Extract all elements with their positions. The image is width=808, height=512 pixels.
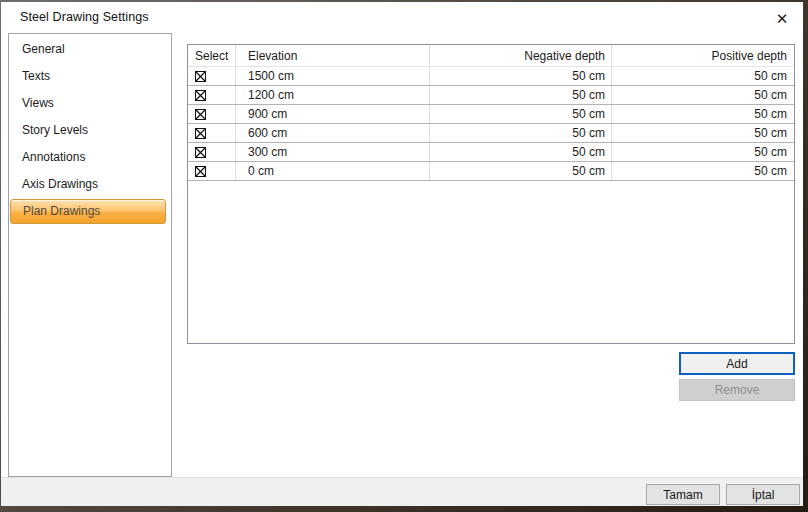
titlebar: Steel Drawing Settings ✕ [1,2,803,33]
elevation-cell[interactable]: 600 cm [236,124,430,142]
elevation-cell[interactable]: 1200 cm [236,86,430,104]
window-title: Steel Drawing Settings [20,10,149,24]
add-button[interactable]: Add [679,352,795,375]
select-cell [188,86,236,104]
table-row: 0 cm 50 cm 50 cm [188,162,794,181]
select-cell [188,67,236,85]
table-row: 900 cm 50 cm 50 cm [188,105,794,124]
checkbox-checked-icon[interactable] [195,109,206,120]
positive-depth-cell[interactable]: 50 cm [612,124,794,142]
steel-drawing-settings-dialog: Steel Drawing Settings ✕ General Texts V… [1,2,803,506]
elevation-cell[interactable]: 300 cm [236,143,430,161]
sidebar-item-story-levels[interactable]: Story Levels [9,117,171,144]
remove-button[interactable]: Remove [679,379,795,401]
cancel-button[interactable]: İptal [726,484,800,505]
col-header-elevation: Elevation [236,45,430,66]
elevation-cell[interactable]: 1500 cm [236,67,430,85]
table-row: 300 cm 50 cm 50 cm [188,143,794,162]
negative-depth-cell[interactable]: 50 cm [430,162,612,180]
elevation-cell[interactable]: 900 cm [236,105,430,123]
ok-button[interactable]: Tamam [646,484,720,505]
close-icon: ✕ [776,11,789,26]
negative-depth-cell[interactable]: 50 cm [430,124,612,142]
checkbox-checked-icon[interactable] [195,90,206,101]
sidebar-item-texts[interactable]: Texts [9,63,171,90]
checkbox-checked-icon[interactable] [195,128,206,139]
negative-depth-cell[interactable]: 50 cm [430,67,612,85]
col-header-positive-depth: Positive depth [612,45,794,66]
select-cell [188,105,236,123]
elevation-cell[interactable]: 0 cm [236,162,430,180]
positive-depth-cell[interactable]: 50 cm [612,105,794,123]
negative-depth-cell[interactable]: 50 cm [430,86,612,104]
table-row: 1200 cm 50 cm 50 cm [188,86,794,105]
checkbox-checked-icon[interactable] [195,71,206,82]
select-cell [188,162,236,180]
select-cell [188,124,236,142]
positive-depth-cell[interactable]: 50 cm [612,86,794,104]
settings-category-sidebar: General Texts Views Story Levels Annotat… [8,33,172,477]
sidebar-item-plan-drawings[interactable]: Plan Drawings [10,199,166,224]
negative-depth-cell[interactable]: 50 cm [430,105,612,123]
footer-bar: Tamam İptal [1,477,803,506]
checkbox-checked-icon[interactable] [195,166,206,177]
table-row: 1500 cm 50 cm 50 cm [188,67,794,86]
sidebar-item-axis-drawings[interactable]: Axis Drawings [9,171,171,198]
col-header-negative-depth: Negative depth [430,45,612,66]
sidebar-item-general[interactable]: General [9,36,171,63]
negative-depth-cell[interactable]: 50 cm [430,143,612,161]
positive-depth-cell[interactable]: 50 cm [612,162,794,180]
plan-drawings-table: Select Elevation Negative depth Positive… [187,44,795,344]
table-header-row: Select Elevation Negative depth Positive… [188,45,794,67]
sidebar-item-views[interactable]: Views [9,90,171,117]
sidebar-item-annotations[interactable]: Annotations [9,144,171,171]
select-cell [188,143,236,161]
positive-depth-cell[interactable]: 50 cm [612,143,794,161]
positive-depth-cell[interactable]: 50 cm [612,67,794,85]
checkbox-checked-icon[interactable] [195,147,206,158]
close-button[interactable]: ✕ [765,5,799,31]
table-row: 600 cm 50 cm 50 cm [188,124,794,143]
col-header-select: Select [188,45,236,66]
